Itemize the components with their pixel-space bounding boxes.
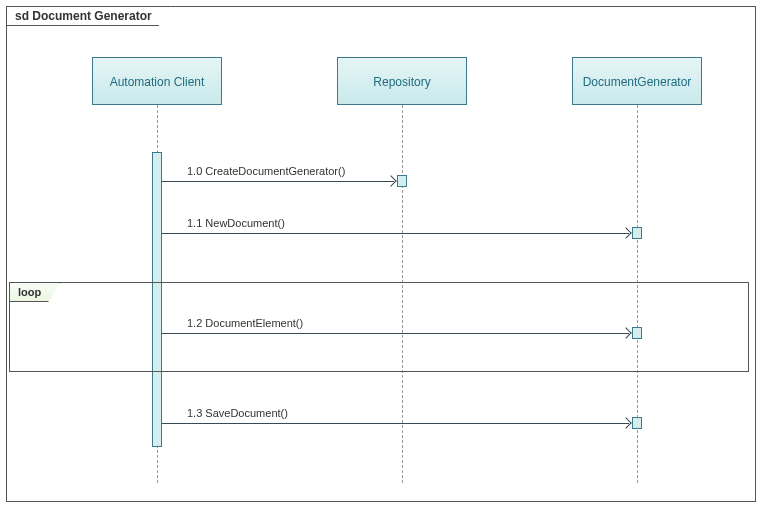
activation-repo-small [397,175,407,187]
message-save-document-label: 1.3 SaveDocument() [187,407,288,419]
activation-docgen-small [632,227,642,239]
participant-label: Automation Client [110,75,205,89]
loop-fragment-label: loop [9,282,60,302]
message-line [162,181,394,182]
message-line [162,423,629,424]
participant-repository: Repository [337,57,467,105]
arrowhead-icon [620,417,631,428]
participant-label: DocumentGenerator [583,75,692,89]
message-line [162,233,629,234]
message-line [162,333,629,334]
arrowhead-icon [620,227,631,238]
frame-title: sd Document Generator [6,6,171,26]
participant-document-generator: DocumentGenerator [572,57,702,105]
activation-docgen-small [632,327,642,339]
arrowhead-icon [385,175,396,186]
frame-title-text: sd Document Generator [15,9,152,23]
participant-automation-client: Automation Client [92,57,222,105]
message-create-doc-gen-label: 1.0 CreateDocumentGenerator() [187,165,345,177]
message-new-document-label: 1.1 NewDocument() [187,217,285,229]
activation-docgen-small [632,417,642,429]
sequence-diagram-frame: sd Document Generator Automation Client … [6,6,756,502]
participant-label: Repository [373,75,430,89]
message-document-element-label: 1.2 DocumentElement() [187,317,303,329]
